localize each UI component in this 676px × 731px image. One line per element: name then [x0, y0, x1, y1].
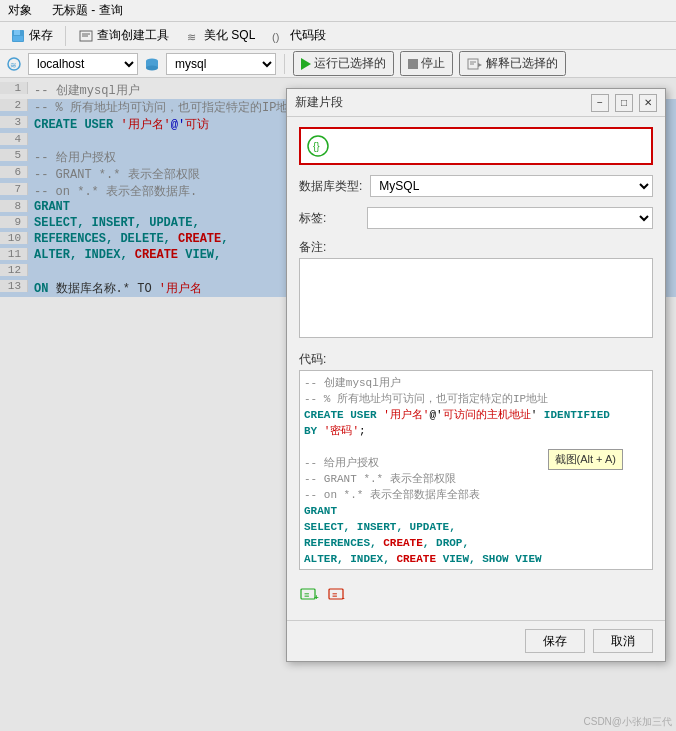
screenshot-tooltip: 截图(Alt + A) [548, 449, 623, 470]
svg-text:(): () [272, 31, 279, 43]
svg-text:≋: ≋ [10, 61, 17, 70]
snippet-name-input[interactable] [340, 134, 648, 158]
explain-icon [467, 57, 483, 71]
separator2 [284, 54, 285, 74]
menu-bar: 对象 无标题 - 查询 [0, 0, 676, 22]
beautify-icon: ≋ [185, 28, 201, 44]
dialog-titlebar: 新建片段 − □ ✕ [287, 89, 665, 117]
menu-query[interactable]: 无标题 - 查询 [48, 0, 127, 21]
dialog-cancel-button[interactable]: 取消 [593, 629, 653, 653]
run-selected-button[interactable]: 运行已选择的 [293, 51, 394, 76]
dialog-title: 新建片段 [295, 94, 343, 111]
tag-row: 标签: [299, 207, 653, 229]
name-row: {} [299, 127, 653, 165]
code-label: 代码: [299, 351, 653, 368]
db-icon [144, 56, 160, 72]
toolbar: 保存 查询创建工具 ≋ 美化 SQL () 代码段 [0, 22, 676, 50]
separator [65, 26, 66, 46]
dialog-body: {} 数据库类型: MySQL PostgreSQL SQLite MariaD… [287, 117, 665, 620]
svg-rect-1 [14, 30, 20, 35]
play-icon [301, 58, 311, 70]
db-type-row: 数据库类型: MySQL PostgreSQL SQLite MariaDB [299, 175, 653, 197]
note-textarea[interactable] [299, 258, 653, 338]
svg-text:+: + [314, 593, 319, 602]
code-section: 代码: -- 创建mysql用户 -- % 所有地址均可访问，也可指定特定的IP… [299, 351, 653, 570]
note-label: 备注: [299, 239, 653, 256]
address-bar: ≋ localhost mysql 运行已选择的 停止 [0, 50, 676, 78]
minimize-button[interactable]: − [591, 94, 609, 112]
explain-button[interactable]: 解释已选择的 [459, 51, 566, 76]
remove-snippet-icon: ≡ - [328, 586, 348, 604]
code-snippet-button[interactable]: () 代码段 [265, 25, 332, 46]
snippet-icon: {} [304, 132, 332, 160]
tag-label: 标签: [299, 210, 359, 227]
svg-point-12 [146, 65, 158, 70]
code-toolbar-btn-1[interactable]: ≡ + [299, 584, 321, 606]
save-button[interactable]: 保存 [4, 25, 59, 46]
query-tool-icon [78, 28, 94, 44]
db-type-select[interactable]: MySQL PostgreSQL SQLite MariaDB [370, 175, 653, 197]
add-snippet-icon: ≡ + [300, 586, 320, 604]
svg-text:≡: ≡ [332, 590, 337, 600]
dialog-overlay: 新建片段 − □ ✕ {} [0, 78, 676, 731]
database-select[interactable]: mysql [166, 53, 276, 75]
db-type-label: 数据库类型: [299, 178, 362, 195]
code-content-area[interactable]: -- 创建mysql用户 -- % 所有地址均可访问，也可指定特定的IP地址 C… [299, 370, 653, 570]
watermark: CSDN@小张加三代 [584, 715, 673, 729]
connection-icon: ≋ [6, 56, 22, 72]
menu-object[interactable]: 对象 [4, 0, 36, 21]
tag-select[interactable] [367, 207, 653, 229]
svg-text:{}: {} [313, 141, 320, 152]
svg-marker-16 [478, 63, 482, 67]
svg-rect-2 [13, 36, 23, 41]
beautify-sql-button[interactable]: ≋ 美化 SQL [179, 25, 261, 46]
svg-text:-: - [342, 593, 345, 602]
save-icon [10, 28, 26, 44]
svg-text:≋: ≋ [187, 31, 196, 43]
stop-button[interactable]: 停止 [400, 51, 453, 76]
code-icon: {} [306, 134, 330, 158]
new-snippet-dialog: 新建片段 − □ ✕ {} [286, 88, 666, 662]
stop-icon [408, 59, 418, 69]
code-toolbar: ≡ + ≡ - [299, 580, 653, 610]
dialog-footer: 保存 取消 [287, 620, 665, 661]
code-toolbar-btn-2[interactable]: ≡ - [327, 584, 349, 606]
svg-text:≡: ≡ [304, 590, 309, 600]
dialog-controls: − □ ✕ [591, 94, 657, 112]
app-window: 对象 无标题 - 查询 保存 查询创建工具 ≋ 美化 SQL [0, 0, 676, 731]
close-button[interactable]: ✕ [639, 94, 657, 112]
query-tool-button[interactable]: 查询创建工具 [72, 25, 175, 46]
main-content: 1 -- 创建mysql用户 2 -- % 所有地址均可访问，也可指定特定的IP… [0, 78, 676, 731]
restore-button[interactable]: □ [615, 94, 633, 112]
connection-select[interactable]: localhost [28, 53, 138, 75]
code-snippet-icon: () [271, 28, 287, 44]
note-section: 备注: [299, 239, 653, 341]
dialog-save-button[interactable]: 保存 [525, 629, 585, 653]
